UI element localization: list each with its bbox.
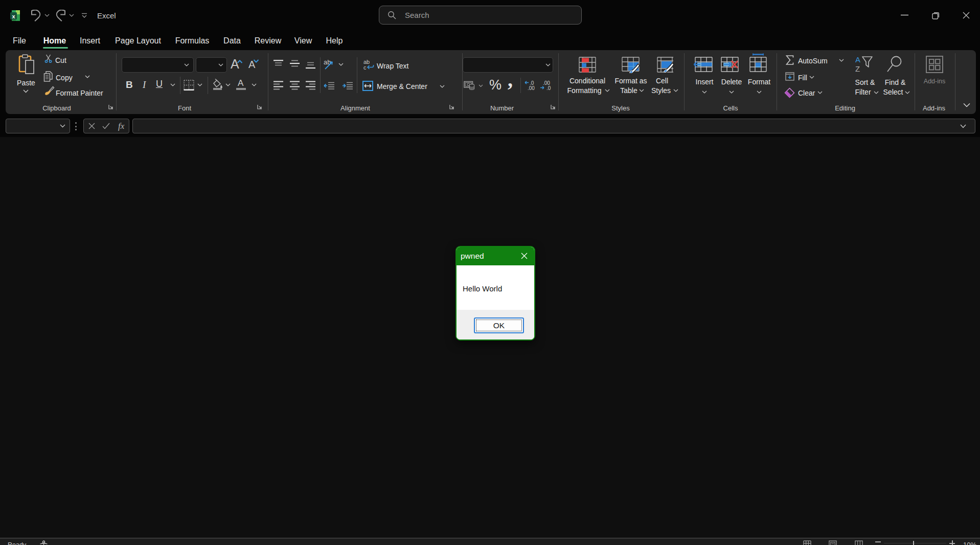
svg-text:.00: .00	[528, 85, 535, 90]
svg-text:Z: Z	[855, 64, 860, 73]
svg-text:.0: .0	[546, 85, 551, 90]
svg-text:x: x	[12, 13, 15, 19]
svg-text:A: A	[855, 56, 860, 64]
svg-text:c: c	[363, 64, 367, 71]
